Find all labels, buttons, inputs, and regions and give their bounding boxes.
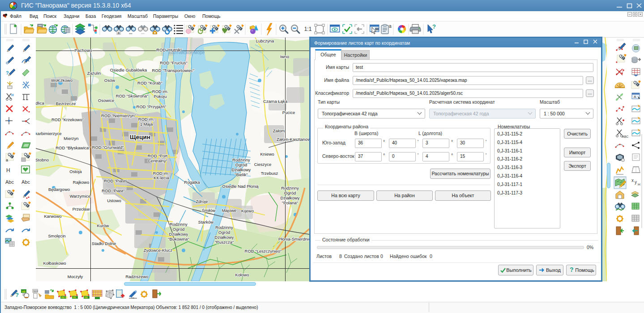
svg-text:Pachowo: Pachowo bbox=[74, 48, 92, 53]
svg-text:Abc: Abc bbox=[5, 179, 14, 185]
svg-text:ROD "Leszczynieo": ROD "Leszczynieo" bbox=[245, 249, 282, 254]
svg-text:Kołowo: Kołowo bbox=[235, 272, 249, 277]
svg-text:ROD "Piast": ROD "Piast" bbox=[102, 188, 125, 193]
svg-text:...: ... bbox=[129, 30, 132, 35]
svg-text:НВ: НВ bbox=[22, 290, 26, 293]
svg-text:ROD im.: ROD im. bbox=[152, 89, 168, 94]
svg-text:Warzymice: Warzymice bbox=[70, 194, 91, 199]
svg-text:Mierzyn: Mierzyn bbox=[64, 136, 78, 141]
svg-text:Bezrzecze: Bezrzecze bbox=[56, 101, 76, 106]
svg-text:ROD "Fruclus": ROD "Fruclus" bbox=[160, 60, 188, 65]
svg-text:Kniewo: Kniewo bbox=[260, 152, 274, 156]
svg-text:y: y bbox=[635, 180, 637, 185]
svg-text:?: ? bbox=[15, 292, 19, 298]
svg-text:ROD "Skowrona": ROD "Skowrona" bbox=[116, 93, 149, 98]
svg-text:Kijewo: Kijewo bbox=[241, 208, 254, 213]
svg-text:Wołczkowo: Wołczkowo bbox=[51, 78, 73, 83]
svg-text:Będargowo: Będargowo bbox=[48, 187, 70, 192]
svg-text:Osiedle Gubałówka: Osiedle Gubałówka bbox=[110, 68, 147, 72]
svg-text:XX-lecia: XX-lecia bbox=[153, 175, 169, 180]
svg-text:ROD "Krzekowo": ROD "Krzekowo" bbox=[51, 117, 84, 122]
svg-text:a: a bbox=[6, 158, 8, 162]
svg-text:Skarbimierzyce: Skarbimierzyce bbox=[36, 131, 61, 136]
svg-text:Osów: Osów bbox=[104, 78, 115, 83]
svg-text:H: H bbox=[6, 167, 10, 173]
svg-text:Osowice: Osowice bbox=[98, 98, 114, 103]
svg-text:ROD "Niemierzyn": ROD "Niemierzyn" bbox=[101, 113, 136, 118]
svg-text:"Bukowina": "Bukowina" bbox=[168, 237, 189, 241]
svg-text:?: ? bbox=[6, 70, 9, 76]
svg-text:Płonia-Śmierdnic: Płonia-Śmierdnic bbox=[278, 237, 311, 241]
svg-text:Балтийское море: Балтийское море bbox=[169, 50, 205, 55]
svg-text:"Bielik": "Bielik" bbox=[235, 172, 247, 177]
svg-text:Zazulin: Zazulin bbox=[87, 71, 101, 76]
svg-text:H: H bbox=[638, 182, 640, 186]
svg-text:Stobno: Stobno bbox=[36, 157, 49, 162]
svg-text:Czarna Łąka: Czarna Łąka bbox=[263, 99, 288, 104]
svg-text:Stadło Dolne: Stadło Dolne bbox=[92, 241, 116, 246]
svg-text:Majowe: Majowe bbox=[222, 208, 237, 213]
svg-text:НМ: НМ bbox=[73, 296, 76, 299]
svg-text:Ostoja: Ostoja bbox=[69, 169, 82, 174]
svg-text:Centralny": Centralny" bbox=[148, 158, 167, 163]
svg-text:Rodzinny: Rodzinny bbox=[281, 186, 299, 190]
svg-text:Załom-Kasztanow: Załom-Kasztanow bbox=[277, 137, 311, 142]
svg-text:Zdroje: Zdroje bbox=[196, 199, 208, 204]
svg-text:ROD "Transportowiec": ROD "Transportowiec" bbox=[152, 68, 194, 73]
svg-text:?: ? bbox=[432, 23, 436, 30]
svg-text:"Puszcza": "Puszcza" bbox=[215, 240, 234, 245]
svg-text:Ogród: Ogród bbox=[218, 230, 230, 235]
svg-text:Działkowy: Działkowy bbox=[215, 235, 234, 240]
svg-text:Trzebusz: Trzebusz bbox=[261, 171, 278, 176]
svg-text:dlica: dlica bbox=[36, 101, 44, 106]
svg-text:Starków: Starków bbox=[198, 220, 213, 224]
svg-text:ROD "Piast": ROD "Piast" bbox=[104, 178, 127, 183]
svg-text:ROD "Korab": ROD "Korab" bbox=[137, 80, 162, 85]
svg-text:Ustowo: Ustowo bbox=[107, 198, 121, 203]
svg-text:Kołbaskowo: Kołbaskowo bbox=[43, 261, 66, 266]
svg-text:НМ: НМ bbox=[84, 296, 88, 299]
svg-text:Przecław: Przecław bbox=[73, 207, 90, 211]
svg-text:Załom: Załom bbox=[273, 128, 285, 133]
svg-text:Ogród: Ogród bbox=[173, 227, 184, 232]
svg-text:Osiedle Nad Płonią: Osiedle Nad Płonią bbox=[222, 184, 259, 189]
svg-text:1:1: 1:1 bbox=[304, 26, 312, 32]
svg-text:Lubczyna: Lubczyna bbox=[256, 38, 274, 43]
svg-text:Ogród: Ogród bbox=[284, 190, 296, 195]
svg-text:ROD "Grunwald": ROD "Grunwald" bbox=[92, 145, 124, 150]
svg-text:Rodzinny: Rodzinny bbox=[232, 157, 250, 162]
svg-text:Rodzinny: Rodzinny bbox=[215, 225, 233, 230]
svg-text:ROD im.: ROD im. bbox=[138, 117, 154, 122]
svg-text:НМ-НЗ: НМ-НЗ bbox=[61, 296, 68, 299]
svg-text:ROD "Przyjaźń": ROD "Przyjaźń" bbox=[136, 104, 166, 109]
svg-text:ROD "Port: ROD "Port bbox=[148, 153, 168, 158]
svg-text:Działkowy: Działkowy bbox=[169, 232, 188, 237]
svg-text:Smolęcin: Smolęcin bbox=[48, 233, 65, 238]
svg-text:Działkowy: Działkowy bbox=[232, 167, 251, 172]
svg-text:Rodzinny: Rodzinny bbox=[170, 222, 188, 227]
svg-text:Kurów: Kurów bbox=[97, 223, 109, 228]
svg-text:A: A bbox=[634, 95, 636, 99]
svg-text:Щецин: Щецин bbox=[130, 134, 150, 140]
svg-text:Ogród: Ogród bbox=[235, 162, 247, 167]
svg-text:SEM: SEM bbox=[33, 290, 38, 292]
svg-text:a: a bbox=[389, 24, 392, 29]
svg-text:Śmiłów: Śmiłów bbox=[202, 208, 216, 213]
svg-text:Zydowce-Klucz: Zydowce-Klucz bbox=[144, 248, 173, 253]
svg-text:"Polana": "Polana" bbox=[282, 200, 298, 205]
svg-text:ABC: ABC bbox=[622, 135, 628, 138]
svg-text:Iwno: Iwno bbox=[280, 54, 289, 59]
svg-text:1 Maja: 1 Maja bbox=[140, 122, 153, 127]
svg-text:...: ... bbox=[141, 30, 145, 35]
svg-text:Pokoju: Pokoju bbox=[154, 94, 166, 99]
svg-text:I-t: I-t bbox=[132, 296, 134, 299]
svg-text:ROD "Błyskawica": ROD "Błyskawica" bbox=[55, 145, 90, 150]
svg-text:Abc: Abc bbox=[21, 179, 30, 185]
svg-text:Cieszyce: Cieszyce bbox=[254, 162, 272, 167]
svg-text:Radziszewo: Radziszewo bbox=[125, 274, 148, 279]
svg-text:Rogatka: Rogatka bbox=[184, 180, 200, 185]
svg-text:Moczyły: Moczyły bbox=[68, 274, 83, 279]
svg-text:a: a bbox=[118, 31, 120, 35]
svg-text:x: x bbox=[631, 178, 634, 183]
svg-text:Pucice: Pucice bbox=[282, 110, 295, 115]
